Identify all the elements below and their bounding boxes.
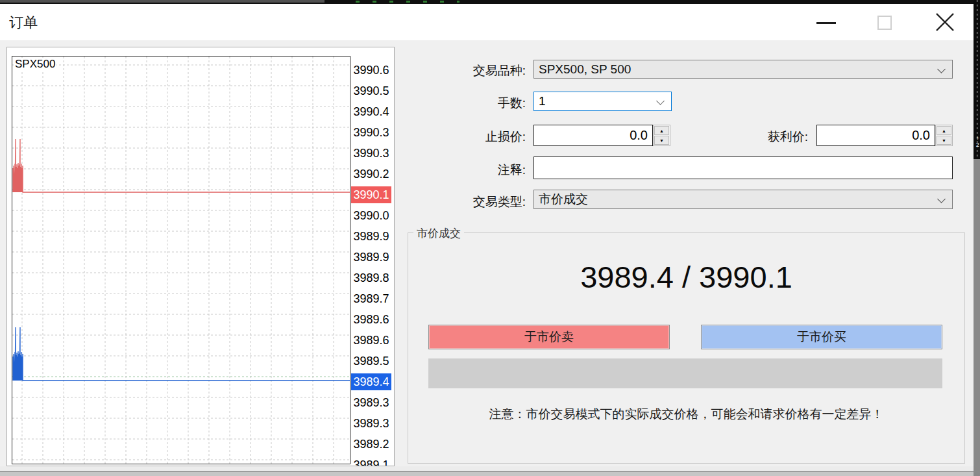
bid-price-label: 3989.4 [351,373,391,390]
stop-loss-label: 止损价: [389,129,526,145]
take-profit-spinner: ▲ ▼ [935,125,953,146]
tick-chart-plot: SPX500 [12,56,350,464]
price-scale-label: 3989.5 [351,353,391,370]
background-axis-glyphs: +2 [976,135,979,148]
price-scale-label: 3989.6 [351,332,391,349]
spinner-up-button[interactable]: ▲ [937,126,951,135]
take-profit-input[interactable] [817,125,935,145]
price-scale-label: 3989.7 [351,290,391,307]
volume-label: 手数: [389,95,526,112]
price-scale-label: 3989.1 [351,457,391,466]
bid-ask-quote: 3989.4 / 3990.1 [408,259,964,295]
maximize-button[interactable] [877,16,892,30]
tick-chart-canvas [12,56,350,464]
price-scale-label: 3989.8 [351,269,391,286]
symbol-label: 交易品种: [389,62,526,79]
ask-price-label: 3990.1 [351,186,391,203]
price-scale-label: 3989.3 [351,394,391,411]
order-dialog: 订单 SPX500 3990.63990.53990.43990.33990.3… [0,4,974,466]
take-profit-field[interactable] [816,125,935,146]
volume-combobox[interactable] [533,92,672,111]
price-scale-label: 3989.9 [351,228,391,245]
execution-progress-bar [428,358,942,388]
group-title: 市价成交 [413,226,464,241]
price-scale-label: 3990.0 [351,207,391,224]
price-scale-label: 3989.3 [351,415,391,432]
background-app-toolbar-sliver [0,0,325,3]
dialog-titlebar: 订单 [0,4,974,40]
order-type-label: 交易类型: [389,194,526,210]
spinner-down-button[interactable]: ▼ [654,136,669,145]
stop-loss-spinner: ▲ ▼ [653,125,670,146]
stop-loss-input[interactable] [534,125,652,145]
price-scale-label: 3990.5 [351,82,391,99]
chevron-down-icon [937,65,946,73]
price-scale-label: 3990.6 [351,62,391,79]
price-scale-label: 3989.2 [351,436,391,453]
background-app-right-strip: +2 [974,0,980,476]
price-scale-label: 3990.4 [351,103,391,120]
dialog-title: 订单 [9,13,38,32]
background-app-bottom-strip [0,466,974,476]
price-scale-label: 3990.3 [351,124,391,141]
tick-chart-panel: SPX500 3990.63990.53990.43990.33990.3399… [6,47,395,466]
symbol-dropdown-value: SPX500, SP 500 [539,62,631,76]
comment-input[interactable] [534,157,952,179]
price-scale-label: 3990.3 [351,145,391,162]
price-scale-label: 3989.6 [351,311,391,328]
chevron-down-icon [937,195,946,203]
buy-by-market-button[interactable]: 于市价买 [701,325,942,349]
price-scale-label: 3990.2 [351,166,391,182]
symbol-dropdown[interactable]: SPX500, SP 500 [533,60,953,79]
order-type-dropdown-value: 市价成交 [539,192,588,206]
market-execution-group: 市价成交 3989.4 / 3990.1 于市价卖 于市价买 注意：市价交易模式… [408,232,965,464]
close-button[interactable] [933,10,957,34]
order-type-dropdown[interactable]: 市价成交 [533,190,953,209]
chart-gridlines [12,56,350,464]
spinner-up-button[interactable]: ▲ [654,126,669,135]
comment-field[interactable] [533,157,953,179]
take-profit-label: 获利价: [672,129,808,145]
comment-label: 注释: [389,162,526,179]
minimize-button[interactable] [816,22,836,24]
sell-by-market-button[interactable]: 于市价卖 [428,325,670,349]
volume-input[interactable] [534,92,671,110]
spinner-down-button[interactable]: ▼ [937,136,951,145]
price-scale-label: 3989.9 [351,249,391,266]
chart-symbol-label: SPX500 [14,58,56,71]
stop-loss-field[interactable] [533,125,653,146]
execution-note: 注意：市价交易模式下的实际成交价格，可能会和请求价格有一定差异！ [408,406,964,423]
background-chart-sliver [356,1,459,3]
